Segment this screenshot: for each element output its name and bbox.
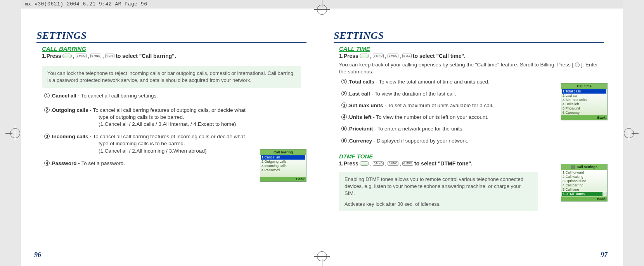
crop-mark-right-icon [623,125,639,141]
item-label: Cancel all - [52,93,81,99]
item-desc: To cancel all call barring features of o… [93,107,246,113]
press-suffix: to select "DTMF tone". [414,160,473,167]
key-icon: 5 JKL [402,54,412,58]
item-label: Set max units [349,103,383,108]
circled-number-icon: 6 [341,138,347,143]
page-left: SETTINGS CALL BARRING 1.Press , 6 MNO, 6… [21,9,322,266]
page-number: 97 [601,251,608,259]
circled-number-icon: 3 [44,134,50,139]
intro-part1: You can keep track of your calling expen… [339,62,573,68]
screen-row: 2.Call waiting [562,175,606,179]
screen-title: Call barring [260,150,306,155]
circled-number-icon: 1 [44,93,50,98]
note-line: Activates key lock after 30 sec. of idle… [345,201,532,208]
circled-number-icon: 5 [341,126,347,131]
press-label: 1.Press [42,53,61,59]
page-number: 96 [34,251,41,259]
intro-text: You can keep track of your calling expen… [339,61,598,75]
page-title: SETTINGS [334,30,604,43]
page-title: SETTINGS [36,30,306,43]
list-item: 2.Last call - To view the duration of th… [341,90,598,97]
press-instruction: 1.Press , 6 MNO, 6 MNO, 4 GHI to select … [42,53,306,59]
list-item: 4.Units left - To view the number of uni… [341,114,598,121]
screen-row: 1.Call forward [562,170,606,175]
circled-number-icon: 1 [341,79,347,84]
page-right: SETTINGS CALL TIME 1.Press , 6 MNO, 6 MN… [322,9,623,266]
key-icon: 6 MNO [373,54,384,58]
circled-number-icon: 4 [44,160,50,166]
screen-row: 1.Total calls [562,89,606,94]
subheading-call-time: CALL TIME [339,45,604,52]
press-suffix: to select "Call time". [413,53,466,59]
circled-number-icon: 2 [44,107,50,113]
phone-screen-call-barring: Call barring 1.Cancel all 2.Outgoing cal… [260,149,306,182]
screen-row: 5.Call time [562,188,606,192]
screen-row: 4.Call barring [562,183,606,188]
item-label: Last call [349,91,370,97]
key-icon: 6 MNO [373,161,384,166]
list-item: 5.Price/unit - To enter a network price … [341,125,598,132]
subheading-call-barring: CALL BARRING [42,45,306,52]
screen-row: 5.Price/unit [562,106,606,111]
item-desc: - To view the duration of the last call. [370,91,456,97]
info-note: You can lock the telephone to reject inc… [42,66,301,88]
screen-softkey-back: Back [260,177,306,181]
screen-row: 6.Currency [562,111,606,115]
item-desc: To cancel all call barring settings. [81,93,158,99]
ok-button-icon [575,63,580,67]
screen-row: 3.Optional func. [562,179,606,183]
item-label: Price/unit [349,126,373,132]
info-note: Enabling DTMF tones allows you to remote… [339,172,538,211]
item-label: Currency [349,138,372,144]
item-desc: - Displayed if supported by your network… [372,138,468,144]
press-suffix: to select "Call barring". [116,53,176,59]
screen-row: 6.DTMF tones [562,192,606,196]
crop-mark-left-icon [5,125,21,141]
screen-title: Call time [561,83,607,89]
list-item: 6.Currency - Displayed if supported by y… [341,137,598,144]
press-label: 1.Press [339,160,358,167]
circled-number-icon: 3 [341,103,347,108]
item-desc: - To enter a network price for the units… [373,126,464,132]
key-icon: 6 MNO [76,54,87,58]
screen-row: 1.Cancel all [261,155,305,160]
item-label: Outgoing calls - [52,107,93,113]
key-icon [360,54,369,58]
item-label: Total calls [349,79,374,85]
list-item: 1.Cancel all - To cancel all call barrin… [44,92,301,99]
item-subline: (1.Cancel all / 2.All calls / 3.All inte… [99,121,301,128]
list-item: 2.Outgoing calls - To cancel all call ba… [44,107,301,128]
key-icon: 6 MNO [388,54,398,58]
key-icon [360,161,369,166]
key-icon: 6 MNO [388,161,398,166]
subheading-dtmf-tone: DTMF TONE [339,153,604,160]
list-item: 1.Total calls - To view the total amount… [341,78,598,85]
item-subline: type of outgoing calls is to be barred. [99,114,301,121]
key-icon: 6 MNO [90,54,101,58]
screen-row: 3.Set max units [562,98,606,102]
screen-softkey-back: Back [561,115,607,120]
item-label: Password - [52,160,81,166]
item-label: Incoming calls - [52,134,93,139]
circled-number-icon: 2 [341,91,347,96]
key-icon [62,54,72,58]
circled-number-icon: 4 [341,114,347,120]
list-item: 3.Set max units - To set a maximum of un… [341,102,598,109]
screen-row: 4.Units left [562,102,606,106]
note-line: Enabling DTMF tones allows you to remote… [345,176,532,197]
phone-screen-call-settings: Call settings 1.Call forward 2.Call wait… [561,164,608,202]
item-desc: - To set a maximum of units available fo… [383,103,493,108]
screen-softkey-back: Back [561,196,607,201]
screen-row: 2.Outgoing calls [261,160,305,164]
item-desc: To cancel all call barring features of i… [93,134,245,139]
item-desc: To set a password. [81,160,125,166]
phone-screen-call-time: Call time 1.Total calls 2.Last call 3.Se… [561,83,608,120]
press-label: 1.Press [339,53,358,59]
screen-row: 2.Last call [562,94,606,98]
key-icon: 4 GHI [105,54,114,58]
item-subline: type of incoming calls is to be barred. [99,140,301,147]
document-sheet: mx-v30(0621) 2004.6.21 9:42 AM Page 96 S… [21,0,623,266]
screen-row: 3.Incoming calls [261,164,305,168]
screen-title: Call settings [561,164,607,170]
key-icon: 6 MNO [402,161,413,166]
